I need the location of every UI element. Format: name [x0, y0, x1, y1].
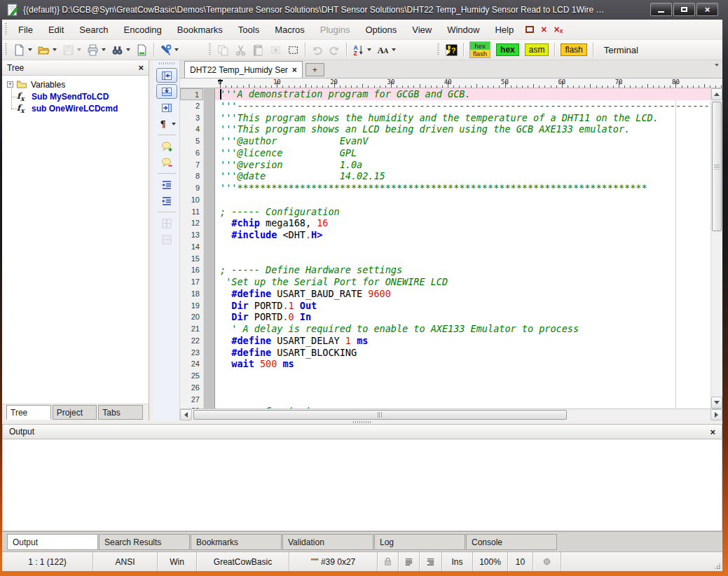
menu-file[interactable]: File — [11, 22, 41, 37]
toggle-left-panel-button[interactable] — [156, 68, 177, 83]
status-caret-position[interactable]: 1 : 1 (122) — [2, 552, 93, 571]
maximize-button[interactable] — [673, 3, 695, 16]
mdi-restore-icon[interactable] — [526, 26, 534, 33]
code-line-17[interactable]: 'Set up the Serial Port for ONEWIRE LCD — [215, 276, 710, 288]
code-line-15[interactable] — [215, 253, 710, 265]
code-line-19[interactable]: Dir PORTD.1 Out — [215, 300, 710, 312]
open-file-button[interactable] — [36, 43, 59, 57]
bottom-tab-console[interactable]: Console — [466, 534, 557, 550]
tree-panel-close-icon[interactable]: × — [138, 62, 144, 73]
toolbar-grip[interactable] — [5, 43, 7, 56]
minimize-button[interactable] — [650, 3, 672, 16]
scroll-up-button[interactable] — [711, 88, 722, 100]
menu-window[interactable]: Window — [439, 22, 487, 37]
toggle-bottom-panel-button[interactable] — [156, 84, 177, 99]
menu-options[interactable]: Options — [357, 22, 404, 37]
code-line-4[interactable]: '''This program shows an LCD being drive… — [215, 123, 710, 135]
scroll-down-button[interactable] — [711, 397, 722, 409]
panel-tab-project[interactable]: Project — [53, 405, 97, 420]
bottom-tab-search-results[interactable]: Search Results — [99, 534, 190, 550]
menu-edit[interactable]: Edit — [41, 22, 71, 37]
code-line-18[interactable]: #define USART_BAUD_RATE 9600 — [215, 288, 710, 300]
status-line-endings[interactable]: Win — [158, 552, 197, 571]
menu-tools[interactable]: Tools — [231, 22, 267, 37]
tab-list-button[interactable] — [712, 67, 719, 79]
vscroll-thumb[interactable] — [712, 102, 722, 231]
flash-program-button[interactable]: flash — [558, 42, 589, 57]
code-line-26[interactable] — [215, 382, 710, 394]
indent-button[interactable] — [156, 177, 177, 192]
hscroll-track[interactable] — [192, 409, 710, 420]
status-wrap-on[interactable] — [420, 552, 442, 571]
scroll-left-button[interactable] — [180, 409, 192, 420]
code-line-10[interactable] — [215, 194, 710, 206]
font-size-button[interactable]: AA — [375, 43, 398, 57]
code-line-1[interactable]: '''A demonstration program for GCGB and … — [215, 88, 710, 100]
status-insert-mode[interactable]: Ins — [442, 552, 473, 571]
terminal-button[interactable]: Terminal — [597, 43, 645, 57]
compile-hex-button[interactable]: hex — [494, 42, 521, 57]
menu-help[interactable]: Help — [487, 22, 521, 37]
status-char-code[interactable]: "'" #39 0x27 — [289, 552, 378, 571]
bottom-tab-bookmarks[interactable]: Bookmarks — [191, 534, 282, 550]
code-line-28[interactable]: ; ----- Constants — [215, 405, 710, 409]
compile-asm-button[interactable]: asm — [523, 42, 551, 57]
scroll-right-button[interactable] — [710, 409, 722, 420]
new-tab-button[interactable]: + — [305, 63, 324, 76]
horizontal-splitter[interactable] — [2, 420, 722, 424]
tab-dht22-temp-humidy-ser[interactable]: DHT22 Temp_Humidy Ser× — [184, 61, 303, 78]
find-button[interactable] — [109, 43, 132, 57]
toggle-right-panel-button[interactable] — [156, 100, 177, 115]
code-line-24[interactable]: wait 500 ms — [215, 358, 710, 370]
code-line-25[interactable] — [215, 370, 710, 382]
tab-close-icon[interactable]: × — [292, 65, 297, 75]
new-file-button[interactable] — [11, 43, 34, 57]
horizontal-scrollbar[interactable] — [180, 409, 722, 420]
status-zoom-level[interactable]: 100% — [473, 552, 508, 571]
comment-remove-button[interactable] — [156, 155, 177, 170]
comment-add-button[interactable] — [156, 139, 177, 153]
sort-button[interactable]: AZ — [350, 43, 373, 57]
code-line-2[interactable]: '''-------------------------------------… — [215, 100, 710, 112]
vertical-scrollbar[interactable] — [710, 88, 722, 409]
code-line-6[interactable]: '''@licence GPL — [215, 147, 710, 159]
expand-icon[interactable]: + — [7, 81, 13, 88]
print-button[interactable] — [85, 43, 108, 57]
menu-macros[interactable]: Macros — [267, 22, 313, 37]
code-line-22[interactable]: #define USART_DELAY 1 ms — [215, 335, 710, 347]
code-line-5[interactable]: '''@author EvanV — [215, 135, 710, 147]
bookmark-gutter[interactable] — [204, 88, 215, 409]
resize-grip[interactable] — [714, 563, 720, 569]
status-encoding[interactable]: ANSI — [93, 552, 158, 571]
toolbar-grip[interactable] — [437, 43, 439, 56]
code-line-27[interactable] — [215, 394, 710, 406]
show-invisibles-button[interactable]: ¶ — [156, 116, 177, 131]
tree-item-sub-mysendtolcd[interactable]: fxSub MySendToLCD — [2, 90, 149, 102]
compile-hex-flash-button[interactable]: hexflash — [467, 40, 493, 60]
status-lexer[interactable]: GreatCowBasic — [197, 552, 289, 571]
app-icon[interactable] — [6, 4, 19, 16]
tools-button[interactable] — [158, 43, 181, 57]
menu-search[interactable]: Search — [71, 22, 116, 37]
mdi-close-icon[interactable]: × — [541, 25, 547, 34]
code-line-16[interactable]: ; ----- Define Hardware settings — [215, 264, 710, 276]
vscroll-track[interactable] — [711, 100, 722, 397]
menu-encoding[interactable]: Encoding — [116, 22, 170, 37]
panel-tab-tree[interactable]: Tree — [6, 405, 51, 420]
code-line-14[interactable] — [215, 241, 710, 253]
code-line-12[interactable]: #chip mega168, 16 — [215, 217, 710, 229]
rail-grip[interactable] — [159, 62, 174, 64]
code-line-13[interactable]: #include <DHT.H> — [215, 229, 710, 241]
code-line-20[interactable]: Dir PORTD.0 In — [215, 311, 710, 323]
code-line-8[interactable]: '''@date 14.02.15 — [215, 170, 710, 182]
bottom-tab-output[interactable]: Output — [7, 534, 98, 550]
code-line-23[interactable]: #define USART_BLOCKING — [215, 347, 710, 359]
status-tab-size[interactable]: 10 — [508, 552, 533, 571]
status-wrap-off[interactable] — [399, 552, 420, 571]
panel-tab-tabs[interactable]: Tabs — [98, 405, 143, 420]
code-line-21[interactable]: ' A delay is required to enable to AXE13… — [215, 323, 710, 335]
menubar-grip[interactable] — [5, 23, 7, 36]
menu-view[interactable]: View — [404, 22, 439, 37]
gcb-help-button[interactable]: ? — [444, 43, 460, 57]
status-macro-record[interactable] — [533, 552, 561, 571]
